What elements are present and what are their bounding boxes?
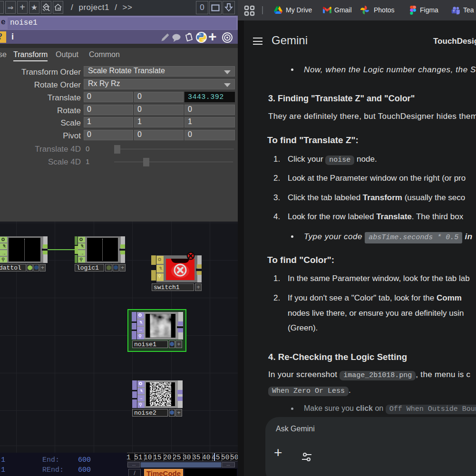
svg-text:T: T — [453, 10, 455, 13]
